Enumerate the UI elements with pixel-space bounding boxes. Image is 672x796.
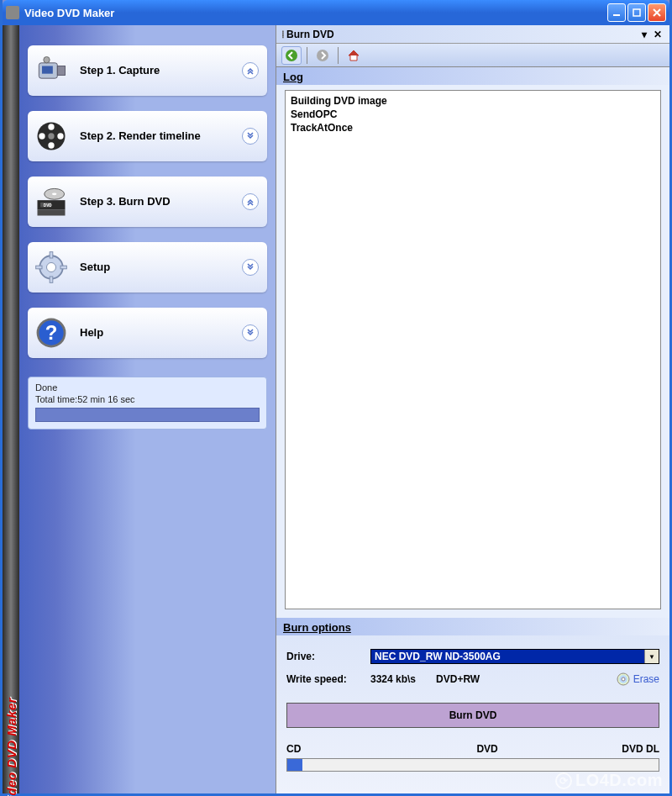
drive-label: Drive: <box>286 651 370 662</box>
window-controls <box>607 3 666 22</box>
status-time: Total time:52 min 16 sec <box>35 394 260 404</box>
status-text: Done <box>35 382 260 393</box>
write-speed-value: 3324 kb\s <box>370 673 416 685</box>
forward-button[interactable] <box>312 46 333 65</box>
sidebar: Step 1. Capture Step 2. Render <box>19 25 276 793</box>
step-render[interactable]: Step 2. Render timeline <box>28 111 267 161</box>
separator <box>338 47 339 64</box>
vertical-branding-strip: Video DVD Maker <box>3 25 19 793</box>
svg-text:?: ? <box>45 321 58 344</box>
app-window: Video DVD Maker Video DVD Maker <box>0 0 672 796</box>
svg-rect-4 <box>57 66 65 76</box>
branding-text: Video DVD Maker <box>4 698 18 796</box>
svg-rect-1 <box>633 9 640 16</box>
chevron-up-icon[interactable] <box>242 62 259 79</box>
grip-icon: ⁞ <box>281 29 283 40</box>
scale-cd-label: CD <box>286 743 301 755</box>
burn-options-panel: Drive: NEC DVD_RW ND-3500AG Write speed:… <box>276 635 669 793</box>
svg-point-11 <box>57 133 63 139</box>
step-capture[interactable]: Step 1. Capture <box>28 45 267 96</box>
burn-dvd-button[interactable]: Burn DVD <box>286 703 659 728</box>
app-icon <box>6 6 19 19</box>
svg-point-28 <box>317 50 328 61</box>
chevron-down-icon[interactable] <box>242 128 259 145</box>
burn-options-heading: Burn options <box>276 618 669 635</box>
step-label: Setup <box>80 261 242 274</box>
step-label: Step 2. Render timeline <box>80 129 242 143</box>
svg-rect-0 <box>613 14 620 16</box>
dvd-drive-icon: DVD <box>31 182 71 222</box>
step-help[interactable]: ? Help <box>28 308 267 358</box>
status-box: Done Total time:52 min 16 sec <box>28 377 267 430</box>
camcorder-icon <box>31 50 71 91</box>
separator <box>307 47 307 64</box>
erase-link[interactable]: Erase <box>617 672 659 686</box>
svg-text:DVD: DVD <box>44 203 52 208</box>
media-type: DVD+RW <box>436 673 480 685</box>
gear-icon <box>31 247 71 287</box>
chevron-down-icon[interactable] <box>242 324 259 341</box>
log-heading: Log <box>276 67 669 85</box>
main-panel: ⁞ Burn DVD ▾ ✕ Log Buildin <box>276 25 669 793</box>
svg-point-13 <box>52 192 57 195</box>
svg-point-5 <box>44 57 50 63</box>
svg-rect-17 <box>38 209 66 215</box>
capacity-fill <box>287 759 302 771</box>
chevron-up-icon[interactable] <box>242 193 259 210</box>
step-label: Help <box>80 326 242 340</box>
panel-title: Burn DVD <box>286 29 334 40</box>
panel-header: ⁞ Burn DVD ▾ ✕ <box>276 25 669 44</box>
scale-dvd-label: DVD <box>476 743 497 755</box>
svg-rect-21 <box>50 277 53 282</box>
capacity-bar <box>286 758 659 772</box>
home-button[interactable] <box>344 46 364 65</box>
back-button[interactable] <box>281 46 302 65</box>
svg-point-8 <box>48 124 54 129</box>
window-title: Video DVD Maker <box>24 7 607 19</box>
drive-row: Drive: NEC DVD_RW ND-3500AG <box>286 649 659 664</box>
log-textarea[interactable]: Building DVD image SendOPC TrackAtOnce <box>285 90 661 609</box>
help-icon: ? <box>31 313 71 353</box>
write-speed-row: Write speed: 3324 kb\s DVD+RW Erase <box>286 672 659 686</box>
svg-point-30 <box>622 677 625 681</box>
scale-dvddl-label: DVD DL <box>622 743 659 755</box>
svg-rect-20 <box>50 252 53 258</box>
step-burn[interactable]: DVD Step 3. Burn DVD <box>28 177 267 227</box>
step-label: Step 1. Capture <box>80 64 242 77</box>
svg-point-27 <box>286 50 297 61</box>
svg-point-10 <box>39 133 45 139</box>
svg-point-7 <box>48 133 54 139</box>
svg-point-19 <box>47 263 56 272</box>
svg-rect-22 <box>36 266 42 269</box>
watermark: ⟳ LO4D.com <box>555 771 663 790</box>
content-area: Video DVD Maker Step 1. Capture <box>3 25 669 793</box>
disc-icon <box>617 672 630 686</box>
drive-dropdown[interactable]: NEC DVD_RW ND-3500AG <box>370 649 659 664</box>
minimize-button[interactable] <box>607 3 626 22</box>
svg-rect-23 <box>60 266 66 269</box>
chevron-down-icon[interactable] <box>242 259 259 276</box>
step-label: Step 3. Burn DVD <box>80 195 242 208</box>
svg-rect-3 <box>42 66 53 74</box>
step-setup[interactable]: Setup <box>28 242 267 293</box>
panel-close-button[interactable]: ✕ <box>651 29 664 40</box>
watermark-icon: ⟳ <box>555 772 572 789</box>
maximize-button[interactable] <box>627 3 646 22</box>
film-reel-icon <box>31 116 71 156</box>
titlebar: Video DVD Maker <box>3 0 669 25</box>
svg-point-9 <box>48 142 54 148</box>
close-button[interactable] <box>648 3 666 22</box>
panel-dropdown-button[interactable]: ▾ <box>638 29 651 40</box>
progress-bar <box>35 408 260 422</box>
toolbar <box>276 44 669 67</box>
write-speed-label: Write speed: <box>286 673 370 685</box>
